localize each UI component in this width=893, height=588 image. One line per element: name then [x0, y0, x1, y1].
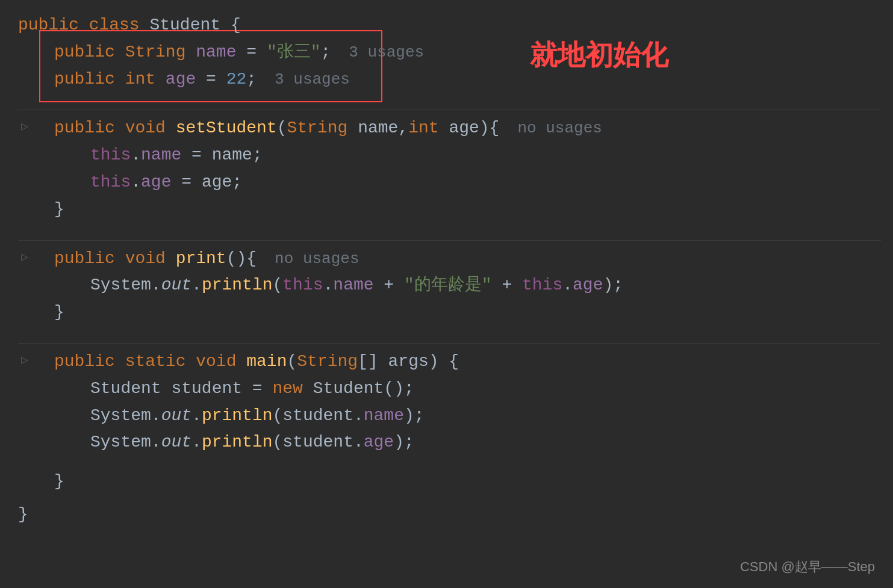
m2-brace-close: }: [54, 299, 64, 326]
m3-dot1: .: [151, 403, 161, 430]
m3-student2: student: [282, 429, 353, 456]
code-line-m3-body1: Student student = new Student ();: [18, 376, 881, 403]
m3-new: new: [272, 376, 313, 403]
m3-static: static: [125, 348, 196, 376]
m1-paren2: ){: [479, 115, 500, 142]
m2-println: println: [202, 272, 273, 299]
m3-field1: name: [364, 403, 404, 430]
code-line-m3-body2: System . out . println ( student . name …: [18, 403, 881, 430]
m1-semi2: ;: [232, 169, 242, 196]
field1-public: public: [54, 39, 125, 66]
separator4: [18, 456, 881, 468]
code-container: 就地初始化 public class Student { public Stri…: [0, 0, 893, 588]
code-line-m3-close: }: [18, 468, 881, 495]
separator-line3: [18, 343, 881, 344]
m3-dot3: .: [353, 403, 364, 430]
m3-type: Student: [90, 376, 161, 403]
m3-p4: );: [394, 429, 414, 456]
m3-parens-semi: ();: [384, 376, 414, 403]
m1-param2-name: age: [449, 115, 479, 142]
m2-plus1: +: [374, 272, 404, 299]
m3-p3: (: [273, 429, 283, 456]
field2-hint: 3 usages: [275, 67, 350, 93]
separator3: [18, 326, 881, 338]
m1-dot1: .: [131, 142, 141, 169]
m1-this1: this: [90, 142, 131, 169]
m3-dot6: .: [353, 429, 364, 456]
field2-assign: =: [196, 66, 226, 93]
field1-hint: 3 usages: [349, 40, 424, 66]
m1-name: setStudent: [176, 115, 277, 142]
code-line-method2-sig: public void print (){ no usages: [18, 246, 881, 273]
m3-paren2: ) {: [429, 348, 459, 376]
code-line-m1-body2: this . age = age ;: [18, 169, 881, 196]
method1-block: ▷ public void setStudent ( String name ,…: [18, 115, 881, 223]
field1-name: name: [196, 39, 236, 66]
keyword-class: class: [89, 12, 150, 39]
method3-block: ▷ public static void main ( String [] ar…: [18, 348, 881, 495]
m3-dot2: .: [191, 403, 202, 430]
m3-out2: out: [161, 429, 191, 456]
m2-plus2: +: [492, 272, 522, 299]
m3-space1: [161, 376, 172, 403]
m1-op1: =: [181, 142, 211, 169]
code-line-m2-close: }: [18, 299, 881, 326]
m3-name: main: [246, 348, 287, 376]
code-line-method3-sig: public static void main ( String [] args…: [18, 348, 881, 376]
m1-var1: name: [212, 142, 252, 169]
code-line-m1-close: }: [18, 196, 881, 223]
m1-brace-close: }: [54, 196, 64, 223]
m1-var2: age: [202, 169, 232, 196]
m3-dot4: .: [151, 429, 161, 456]
method2-block: ▷ public void print (){ no usages System…: [18, 246, 881, 326]
brace-open: {: [231, 12, 241, 39]
separator2: [18, 223, 881, 235]
field2-semi: ;: [246, 66, 257, 93]
m3-var1: student: [171, 376, 242, 403]
m1-param1-type: String: [287, 115, 347, 142]
class-name: Student: [149, 12, 230, 39]
m3-op1: =: [242, 376, 272, 403]
m2-field2: age: [573, 272, 603, 299]
m2-void: void: [125, 246, 176, 273]
code-line-class: public class Student {: [18, 12, 881, 39]
m2-out: out: [161, 272, 191, 299]
m2-dot3: .: [323, 272, 334, 299]
m1-field1: name: [141, 142, 181, 169]
code-line-m3-body3: System . out . println ( student . age )…: [18, 429, 881, 456]
code-line-method1-sig: public void setStudent ( String name , i…: [18, 115, 881, 142]
class-brace-close: }: [18, 501, 28, 528]
m1-param1-space: [347, 115, 358, 142]
code-line-m1-body1: this . name = name ;: [18, 142, 881, 169]
m3-system1: System: [90, 403, 151, 430]
field1-value: "张三": [267, 39, 321, 66]
m3-println2: println: [202, 429, 273, 456]
m1-param2-space: [439, 115, 449, 142]
m2-str: "的年龄是": [404, 272, 492, 299]
field2-name: age: [166, 66, 196, 93]
m3-p1: (: [273, 403, 283, 430]
m2-system: System: [90, 272, 151, 299]
m3-out1: out: [161, 403, 191, 430]
m3-student1: student: [282, 403, 353, 430]
m2-parens: (){: [226, 246, 257, 273]
code-line-class-close: }: [18, 501, 881, 528]
m1-param1-name: name: [358, 115, 398, 142]
m2-field1: name: [333, 272, 373, 299]
m2-dot4: .: [562, 272, 573, 299]
m1-paren1: (: [277, 115, 287, 142]
m3-p2: );: [404, 403, 425, 430]
m3-brace-close: }: [54, 468, 64, 495]
field1-semi: ;: [321, 39, 331, 66]
keyword-public: public: [18, 12, 89, 39]
m1-param2-type: int: [408, 115, 438, 142]
m2-public: public: [54, 246, 125, 273]
m3-system2: System: [90, 429, 151, 456]
m1-comma: ,: [398, 115, 408, 142]
m1-semi1: ;: [252, 142, 263, 169]
field1-assign: =: [236, 39, 266, 66]
m3-dot5: .: [191, 429, 202, 456]
m2-dot2: .: [191, 272, 202, 299]
m2-dot1: .: [151, 272, 161, 299]
m1-this2: this: [90, 169, 131, 196]
